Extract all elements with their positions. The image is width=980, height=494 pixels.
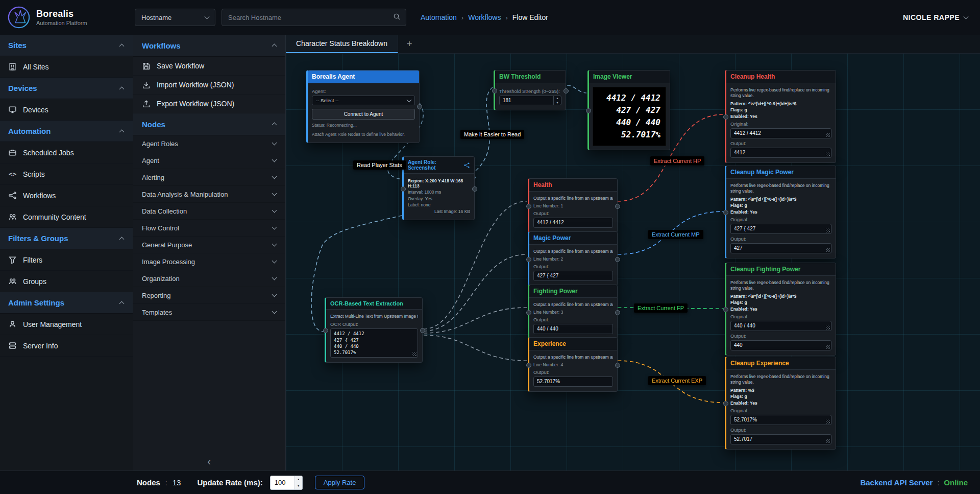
node-header[interactable]: Agent Role: Screenshot (404, 157, 474, 174)
number-stepper[interactable]: ▲▼ (553, 96, 561, 105)
save-workflow-button[interactable]: Save Workflow (133, 57, 285, 76)
output-port[interactable] (420, 328, 425, 333)
edge-threshold-to-viewer[interactable] (567, 85, 586, 93)
edge-ocr-to-health[interactable] (424, 201, 527, 329)
node-header[interactable]: Borealis Agent (308, 70, 419, 83)
node-category-templates[interactable]: Templates (133, 304, 285, 321)
node-header[interactable]: Fighting Power (529, 285, 617, 298)
node-header[interactable]: Cleanup Experience (726, 357, 836, 370)
output-value-field[interactable]: 4412 / 4412 (533, 218, 613, 228)
node-category-alerting[interactable]: Alerting (133, 169, 285, 186)
output-port[interactable] (564, 88, 569, 93)
export-workflow-button[interactable]: Export Workflow (JSON) (133, 95, 285, 113)
node-category-data-collection[interactable]: Data Collection (133, 203, 285, 220)
sidebar-item-user-management[interactable]: User Management (0, 314, 133, 335)
node-cleanup-health[interactable]: Cleanup Health Performs live regex-based… (725, 70, 836, 163)
node-category-image-processing[interactable]: Image Processing (133, 253, 285, 270)
edge-label-read-player-stats[interactable]: Read Player Stats (353, 160, 406, 170)
node-header[interactable]: BW Threshold (495, 70, 566, 83)
collapse-panel-button[interactable]: ‹ (133, 454, 285, 469)
sidebar-item-scripts[interactable]: <> Scripts (0, 163, 133, 185)
original-value-field[interactable]: 52.7017% (730, 415, 831, 425)
flow-canvas[interactable]: Borealis Agent Agent: -- Select -- Conne… (286, 53, 980, 471)
input-port[interactable] (723, 401, 728, 406)
node-header[interactable]: OCR-Based Text Extraction (326, 298, 422, 310)
tab-character-status-breakdown[interactable]: Character Status Breakdown (286, 35, 398, 53)
input-port[interactable] (723, 114, 728, 120)
sidebar-item-community-content[interactable]: Community Content (0, 206, 133, 228)
sidebar-item-all-sites[interactable]: All Sites (0, 56, 133, 78)
input-port[interactable] (526, 363, 531, 368)
input-port[interactable] (323, 328, 328, 333)
node-category-data-analysis[interactable]: Data Analysis & Manipulation (133, 186, 285, 203)
node-header[interactable]: Health (529, 179, 617, 192)
sidebar-item-filters[interactable]: Filters (0, 249, 133, 271)
edge-ocr-to-magic-power[interactable] (424, 254, 527, 331)
sidebar-section-automation[interactable]: Automation (0, 121, 133, 142)
edge-ocr-to-fighting-power[interactable] (424, 308, 527, 333)
ocr-output-textarea[interactable]: 4412 / 4412 427 { 427 440 / 440 52.7017% (330, 328, 418, 358)
input-port[interactable] (586, 108, 591, 113)
output-port[interactable] (615, 310, 620, 315)
search-input[interactable] (227, 13, 393, 22)
connect-to-agent-button[interactable]: Connect to Agent (312, 109, 415, 120)
breadcrumb-workflows[interactable]: Workflows (468, 13, 501, 21)
node-borealis-agent[interactable]: Borealis Agent Agent: -- Select -- Conne… (306, 70, 420, 143)
workflows-panel-header[interactable]: Workflows (133, 35, 285, 57)
breadcrumb-automation[interactable]: Automation (421, 13, 457, 21)
node-category-agent[interactable]: Agent (133, 152, 285, 169)
sidebar-section-filters-groups[interactable]: Filters & Groups (0, 228, 133, 249)
sidebar-item-server-info[interactable]: Server Info (0, 335, 133, 357)
input-port[interactable] (723, 210, 728, 215)
sidebar-section-devices[interactable]: Devices (0, 78, 133, 99)
step-down-icon[interactable]: ▼ (295, 483, 302, 489)
node-header[interactable]: Image Viewer (589, 70, 670, 83)
sidebar-item-workflows[interactable]: Workflows (0, 185, 133, 206)
node-agent-role-screenshot[interactable]: Agent Role: Screenshot Region: X:200 Y:4… (402, 156, 475, 220)
share-icon[interactable] (463, 162, 470, 169)
sidebar-section-sites[interactable]: Sites (0, 35, 133, 56)
apply-rate-button[interactable]: Apply Rate (315, 476, 365, 489)
node-health[interactable]: Health Output a specific line from an up… (528, 178, 618, 233)
input-port[interactable] (526, 257, 531, 262)
node-category-reporting[interactable]: Reporting (133, 287, 285, 304)
node-header[interactable]: Experience (529, 338, 617, 350)
node-category-agent-roles[interactable]: Agent Roles (133, 135, 285, 152)
output-port[interactable] (615, 363, 620, 368)
number-stepper[interactable]: ▲▼ (295, 476, 302, 489)
hostname-dropdown[interactable]: Hostname (135, 9, 215, 26)
output-value-field[interactable]: 427 (730, 243, 831, 253)
node-bw-threshold[interactable]: BW Threshold Threshold Strength (0–255):… (494, 70, 566, 110)
input-port[interactable] (723, 307, 728, 312)
sidebar-item-scheduled-jobs[interactable]: Scheduled Jobs (0, 142, 133, 163)
edge-label-extract-current-fp[interactable]: Extract Current FP (634, 303, 688, 313)
node-category-general-purpose[interactable]: General Purpose (133, 237, 285, 253)
output-value-field[interactable]: 52.7017% (533, 377, 613, 387)
node-magic-power[interactable]: Magic Power Output a specific line from … (528, 231, 618, 286)
node-image-viewer[interactable]: Image Viewer 4412 / 4412 427 / 427 440 /… (587, 70, 670, 150)
update-rate-input[interactable]: 100 ▲▼ (270, 476, 303, 490)
node-cleanup-fighting-power[interactable]: Cleanup Fighting Power Performs live reg… (725, 263, 836, 356)
node-cleanup-magic-power[interactable]: Cleanup Magic Power Performs live regex-… (725, 166, 836, 258)
input-port[interactable] (526, 310, 531, 315)
node-header[interactable]: Magic Power (529, 232, 617, 245)
node-header[interactable]: Cleanup Fighting Power (726, 263, 836, 276)
original-value-field[interactable]: 440 / 440 (730, 321, 831, 331)
edge-label-extract-current-hp[interactable]: Extract Current HP (650, 156, 704, 166)
user-menu[interactable]: NICOLE RAPPE (903, 13, 968, 21)
output-value-field[interactable]: 440 / 440 (533, 324, 613, 334)
sidebar-section-admin-settings[interactable]: Admin Settings (0, 292, 133, 314)
step-up-icon[interactable]: ▲ (554, 96, 561, 101)
node-fighting-power[interactable]: Fighting Power Output a specific line fr… (528, 285, 618, 339)
edge-ocr-to-experience[interactable] (424, 335, 527, 361)
original-value-field[interactable]: 427 { 427 (730, 224, 831, 234)
agent-select[interactable]: -- Select -- (312, 96, 415, 105)
node-experience[interactable]: Experience Output a specific line from a… (528, 337, 618, 392)
node-ocr-text-extraction[interactable]: OCR-Based Text Extraction Extract Multi-… (325, 297, 423, 363)
node-header[interactable]: Cleanup Health (726, 70, 836, 83)
sidebar-item-devices[interactable]: Devices (0, 99, 133, 121)
edge-label-extract-current-exp[interactable]: Extract Current EXP (648, 376, 706, 385)
step-down-icon[interactable]: ▼ (554, 101, 561, 105)
import-workflow-button[interactable]: Import Workflow (JSON) (133, 76, 285, 95)
output-value-field[interactable]: 4412 (730, 148, 831, 158)
